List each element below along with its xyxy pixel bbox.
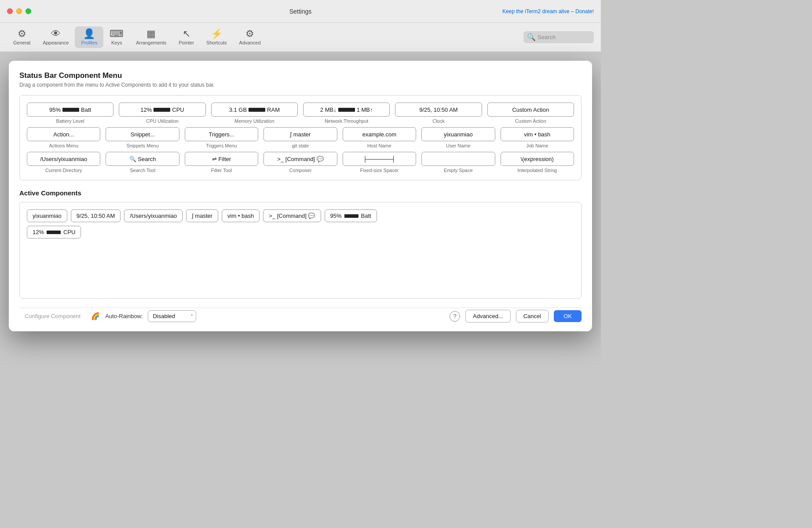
- component-row-3: /Users/yixuanmiao Current Directory 🔍 Se…: [27, 152, 574, 173]
- toolbar-search[interactable]: 🔍: [523, 31, 594, 43]
- component-item-battery: 95% Batt Battery Level: [27, 103, 113, 124]
- empty-space-btn[interactable]: [421, 152, 495, 166]
- component-item-clock: 9/25, 10:50 AM Clock: [395, 103, 482, 124]
- filter-tool-label: Filter Tool: [211, 168, 232, 173]
- dialog-overlay: Status Bar Component Menu Drag a compone…: [0, 52, 601, 396]
- active-section-title: Active Components: [19, 189, 582, 197]
- window-controls: [7, 8, 31, 14]
- component-item-fixed-spacer: ├──────┤ Fixed-size Spacer: [343, 152, 416, 173]
- active-item-job-name[interactable]: vim • bash: [222, 209, 260, 222]
- interpolated-string-label: Interpolated String: [517, 168, 557, 173]
- job-name-btn[interactable]: vim • bash: [501, 127, 574, 141]
- menu-section-title: Status Bar Component Menu: [19, 71, 582, 80]
- battery-level-label: Battery Level: [56, 118, 84, 124]
- search-tool-label: Search Tool: [130, 168, 155, 173]
- toolbar-label-profiles: Profiles: [81, 40, 97, 45]
- auto-rainbow-select[interactable]: Disabled Light Colors Dark Colors Pastel: [148, 310, 196, 322]
- component-item-job-name: vim • bash Job Name: [501, 127, 574, 148]
- component-grid: 95% Batt Battery Level 12% CPU: [19, 95, 582, 180]
- clock-label: Clock: [432, 118, 445, 124]
- toolbar-item-advanced[interactable]: ⚙ Advanced: [233, 26, 267, 48]
- menu-section-subtitle: Drag a component from the menu to Active…: [19, 82, 582, 88]
- memory-utilization-btn[interactable]: 3.1 GB RAM: [211, 103, 298, 117]
- component-item-user-name: yixuanmiao User Name: [421, 127, 495, 148]
- active-item-clock[interactable]: 9/25, 10:50 AM: [71, 209, 121, 222]
- active-item-composer[interactable]: >_ [Command] 💬: [263, 209, 321, 222]
- host-name-label: Host Name: [367, 143, 391, 148]
- cpu-utilization-btn[interactable]: 12% CPU: [119, 103, 205, 117]
- custom-action-btn[interactable]: Custom Action: [487, 103, 574, 117]
- toolbar-item-profiles[interactable]: 👤 Profiles: [75, 26, 103, 48]
- active-components-area[interactable]: yixuanmiao 9/25, 10:50 AM /Users/yixuanm…: [19, 202, 582, 299]
- clock-btn[interactable]: 9/25, 10:50 AM: [395, 103, 482, 117]
- memory-utilization-label: Memory Utilization: [234, 118, 274, 124]
- user-name-btn[interactable]: yixuanmiao: [421, 127, 495, 141]
- component-item-triggers-menu: Triggers... Triggers Menu: [185, 127, 258, 148]
- cpu-utilization-label: CPU Utilization: [146, 118, 179, 124]
- close-button[interactable]: [7, 8, 13, 14]
- window-title: Settings: [289, 8, 312, 15]
- toolbar-label-appearance: Appearance: [43, 40, 69, 45]
- triggers-menu-label: Triggers Menu: [206, 143, 237, 148]
- component-item-composer: >_ [Command] 💬 Composer: [263, 152, 337, 173]
- active-items-row-2: 12% CPU: [27, 226, 574, 238]
- pointer-icon: ↖: [183, 29, 190, 39]
- active-battery-bar: [344, 214, 358, 218]
- empty-space-label: Empty Space: [444, 168, 472, 173]
- toolbar-item-pointer[interactable]: ↖ Pointer: [172, 26, 200, 48]
- advanced-icon: ⚙: [245, 29, 254, 39]
- toolbar-item-arrangements[interactable]: ▦ Arrangements: [130, 26, 172, 48]
- titlebar: Settings Keep the iTerm2 dream alive – D…: [0, 0, 601, 23]
- toolbar-item-keys[interactable]: ⌨ Keys: [103, 26, 130, 48]
- active-item-git-state[interactable]: ∫ master: [186, 209, 218, 222]
- filter-tool-btn[interactable]: ⇌ Filter: [185, 152, 258, 166]
- interpolated-string-btn[interactable]: \(expression): [501, 152, 574, 166]
- snippets-menu-label: Snippets Menu: [126, 143, 158, 148]
- cancel-button[interactable]: Cancel: [516, 310, 549, 323]
- rainbow-icon: 🌈: [91, 312, 100, 320]
- advanced-button[interactable]: Advanced...: [465, 310, 511, 323]
- git-state-btn[interactable]: ∫ master: [263, 127, 337, 141]
- current-directory-btn[interactable]: /Users/yixuanmiao: [27, 152, 100, 166]
- minimize-button[interactable]: [16, 8, 22, 14]
- bottom-bar: Configure Component 🌈 Auto-Rainbow: Disa…: [19, 308, 582, 323]
- host-name-btn[interactable]: example.com: [343, 127, 416, 141]
- network-throughput-btn[interactable]: 2 MB↓ 1 MB↑: [303, 103, 390, 117]
- component-item-custom-action: Custom Action Custom Action: [487, 103, 574, 124]
- component-item-interpolated-string: \(expression) Interpolated String: [501, 152, 574, 173]
- search-tool-btn[interactable]: 🔍 Search: [106, 152, 179, 166]
- configure-component-button[interactable]: Configure Component: [19, 310, 86, 322]
- component-item-empty-space: Empty Space: [421, 152, 495, 173]
- component-item-filter-tool: ⇌ Filter Filter Tool: [185, 152, 258, 173]
- triggers-menu-btn[interactable]: Triggers...: [185, 127, 258, 141]
- fixed-spacer-btn[interactable]: ├──────┤: [343, 152, 416, 166]
- toolbar: ⚙ General 👁 Appearance 👤 Profiles ⌨ Keys…: [0, 23, 601, 52]
- zoom-button[interactable]: [26, 8, 31, 14]
- job-name-label: Job Name: [526, 143, 548, 148]
- composer-btn[interactable]: >_ [Command] 💬: [263, 152, 337, 166]
- actions-menu-label: Actions Menu: [49, 143, 78, 148]
- toolbar-label-pointer: Pointer: [179, 40, 194, 45]
- active-cpu-bar: [47, 231, 61, 234]
- active-item-current-dir[interactable]: /Users/yixuanmiao: [124, 209, 183, 222]
- net-bar: [338, 108, 355, 112]
- cpu-bar: [154, 108, 170, 112]
- component-item-actions-menu: Action... Actions Menu: [27, 127, 100, 148]
- component-item-current-dir: /Users/yixuanmiao Current Directory: [27, 152, 100, 173]
- donate-link[interactable]: Keep the iTerm2 dream alive – Donate!: [502, 8, 594, 15]
- snippets-menu-btn[interactable]: Snippet...: [106, 127, 179, 141]
- toolbar-item-shortcuts[interactable]: ⚡ Shortcuts: [200, 26, 233, 48]
- ok-button[interactable]: OK: [554, 310, 582, 322]
- toolbar-item-appearance[interactable]: 👁 Appearance: [37, 26, 75, 48]
- search-icon: 🔍: [527, 33, 536, 41]
- toolbar-item-general[interactable]: ⚙ General: [7, 26, 37, 48]
- search-input[interactable]: [538, 34, 590, 40]
- active-item-username[interactable]: yixuanmiao: [27, 209, 67, 222]
- active-item-cpu[interactable]: 12% CPU: [27, 226, 81, 238]
- actions-menu-btn[interactable]: Action...: [27, 127, 100, 141]
- battery-level-btn[interactable]: 95% Batt: [27, 103, 113, 117]
- active-item-battery[interactable]: 95% Batt: [325, 209, 377, 222]
- toolbar-label-arrangements: Arrangements: [136, 40, 166, 45]
- user-name-label: User Name: [446, 143, 471, 148]
- help-button[interactable]: ?: [450, 311, 460, 322]
